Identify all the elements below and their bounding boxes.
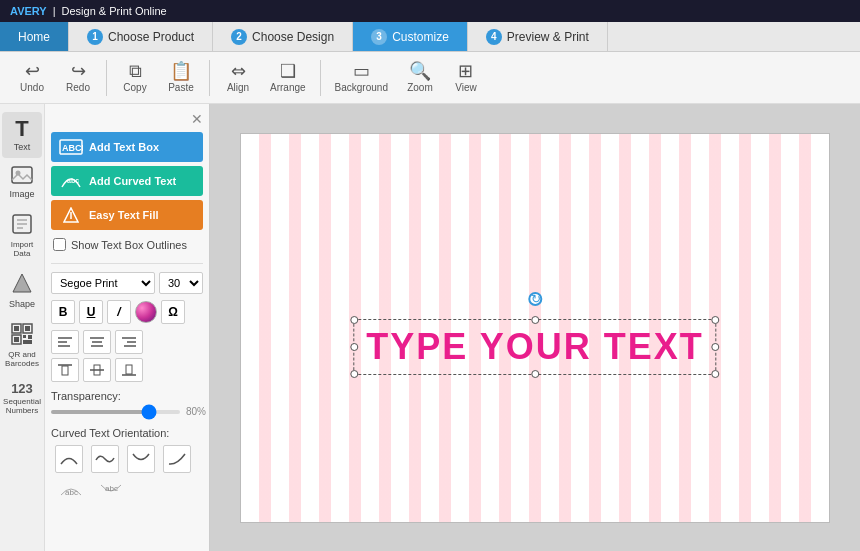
sidebar-item-import-data[interactable]: Import Data [2,207,42,264]
handle-tl[interactable] [350,316,358,324]
align-right-button[interactable] [115,330,143,354]
easy-text-fill-label: Easy Text Fill [89,209,159,221]
align-button[interactable]: ⇔ Align [216,58,260,97]
paste-label: Paste [168,82,194,93]
handle-bl[interactable] [350,370,358,378]
bold-button[interactable]: B [51,300,75,324]
undo-icon: ↩ [25,62,40,80]
svg-rect-35 [126,365,132,374]
handle-mr[interactable] [712,343,720,351]
omega-button[interactable]: Ω [161,300,185,324]
redo-label: Redo [66,82,90,93]
align-left-button[interactable] [51,330,79,354]
align-row-1 [51,330,203,354]
valign-middle-button[interactable] [83,358,111,382]
curved-text-abc-2[interactable]: abc [95,479,127,504]
transparency-slider[interactable] [51,410,180,414]
nav-tab-choose-product[interactable]: 1 Choose Product [69,22,213,51]
avery-brand: AVERY [10,5,47,17]
svg-rect-15 [23,340,32,344]
undo-label: Undo [20,82,44,93]
color-picker-button[interactable] [135,301,157,323]
view-icon: ⊞ [458,62,473,80]
copy-button[interactable]: ⧉ Copy [113,58,157,97]
zoom-label: Zoom [407,82,433,93]
transparency-value: 80% [186,406,206,417]
curved-orientation-label: Curved Text Orientation: [51,427,203,439]
panel-close-button[interactable]: ✕ [191,112,203,126]
underline-label: U [87,305,96,319]
curve-s-button[interactable] [163,445,191,473]
step-circle-4: 4 [486,29,502,45]
sidebar-item-sequential-label: Sequential Numbers [3,397,41,415]
handle-br[interactable] [712,370,720,378]
redo-button[interactable]: ↪ Redo [56,58,100,97]
italic-sym: / [117,305,120,319]
arrange-icon: ❑ [280,62,296,80]
handle-ml[interactable] [350,343,358,351]
add-curved-text-button[interactable]: abc Add Curved Text [51,166,203,196]
sidebar-item-import-label: Import Data [6,240,38,258]
add-text-box-button[interactable]: ABCD Add Text Box [51,132,203,162]
sidebar-item-qr-label: QR and Barcodes [5,350,39,368]
curve-concave-button[interactable] [127,445,155,473]
sidebar-item-text-label: Text [14,142,31,152]
underline-button[interactable]: U [79,300,103,324]
handle-tr[interactable] [712,316,720,324]
paste-button[interactable]: 📋 Paste [159,58,203,97]
canvas-textbox[interactable]: TYPE YOUR TEXT [353,319,716,375]
choose-design-label: Choose Design [252,30,334,44]
align-label: Align [227,82,249,93]
sidebar-item-sequential[interactable]: 123 Sequential Numbers [2,376,42,421]
toolbar-sep-1 [106,60,107,96]
arrange-button[interactable]: ❑ Arrange [262,58,314,97]
nav-tab-customize[interactable]: 3 Customize [353,22,468,51]
nav-tab-home[interactable]: Home [0,22,69,51]
valign-bottom-button[interactable] [115,358,143,382]
align-row-2 [51,358,203,382]
svg-rect-0 [12,167,32,183]
valign-top-button[interactable] [51,358,79,382]
toolbar: ↩ Undo ↪ Redo ⧉ Copy 📋 Paste ⇔ Align ❑ A… [0,52,860,104]
italic-button[interactable]: / [107,300,131,324]
svg-rect-14 [28,335,32,339]
curve-arch-button[interactable] [55,445,83,473]
rotate-handle[interactable] [528,292,542,306]
show-text-box-outlines-checkbox[interactable] [53,238,66,251]
canvas-area: TYPE YOUR TEXT [210,104,860,551]
show-text-box-outlines-label: Show Text Box Outlines [71,239,187,251]
font-family-select[interactable]: Segoe Print [51,272,155,294]
handle-tc[interactable] [531,316,539,324]
design-canvas[interactable]: TYPE YOUR TEXT [240,133,830,523]
topbar-subtitle: Design & Print Online [62,5,167,17]
sidebar-item-shape[interactable]: Shape [2,266,42,315]
sidebar-item-image[interactable]: Image [2,160,42,205]
curved-text-abc-1[interactable]: abc [55,479,87,504]
view-button[interactable]: ⊞ View [444,58,488,97]
copy-icon: ⧉ [129,62,142,80]
font-row: Segoe Print 30 [51,272,203,294]
svg-text:abc: abc [67,177,79,184]
nav-tab-preview-print[interactable]: 4 Preview & Print [468,22,608,51]
zoom-button[interactable]: 🔍 Zoom [398,58,442,97]
paste-icon: 📋 [170,62,192,80]
curve-wave-button[interactable] [91,445,119,473]
background-button[interactable]: ▭ Background [327,58,396,97]
easy-text-fill-icon [59,206,83,224]
handle-bc[interactable] [531,370,539,378]
font-size-select[interactable]: 30 [159,272,203,294]
copy-label: Copy [123,82,146,93]
nav-tab-choose-design[interactable]: 2 Choose Design [213,22,353,51]
show-text-box-outlines-row: Show Text Box Outlines [51,234,203,255]
preview-print-label: Preview & Print [507,30,589,44]
easy-text-fill-button[interactable]: Easy Text Fill [51,200,203,230]
add-text-box-icon: ABCD [59,138,83,156]
canvas-text[interactable]: TYPE YOUR TEXT [366,326,703,367]
sidebar-item-qr[interactable]: QR and Barcodes [2,317,42,374]
undo-button[interactable]: ↩ Undo [10,58,54,97]
left-panel: ✕ ABCD Add Text Box abc Add Curved Text … [45,104,210,551]
sidebar-item-text[interactable]: T Text [2,112,42,158]
align-center-button[interactable] [83,330,111,354]
redo-icon: ↪ [71,62,86,80]
panel-divider-1 [51,263,203,264]
